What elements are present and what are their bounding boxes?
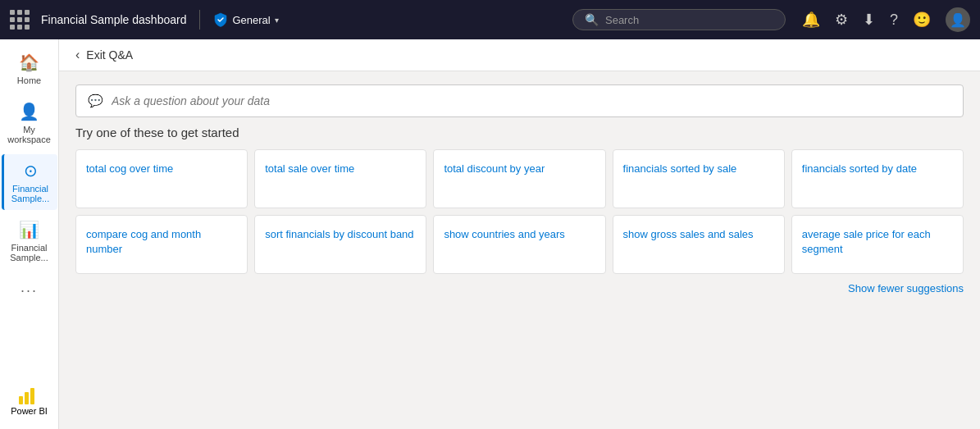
search-box[interactable]: 🔍 xyxy=(572,9,786,30)
show-fewer-section: Show fewer suggestions xyxy=(59,274,980,294)
svg-rect-0 xyxy=(19,396,23,404)
nav-icons: 🔔 ⚙ ⬇ ? 🙂 👤 xyxy=(802,7,970,32)
suggestions-grid: total cog over timetotal sale over timet… xyxy=(75,149,964,274)
main-content: ‹ Exit Q&A 💬 Try one of these to get sta… xyxy=(59,39,980,429)
sidebar-item-more[interactable]: ... xyxy=(2,272,57,303)
powerbi-label: Power BI xyxy=(11,406,48,416)
shield-icon xyxy=(213,12,228,27)
svg-rect-1 xyxy=(25,392,29,404)
sidebar-item-financial2[interactable]: 📊 Financial Sample... xyxy=(2,213,57,269)
download-icon[interactable]: ⬇ xyxy=(863,11,875,29)
notification-icon[interactable]: 🔔 xyxy=(802,11,820,29)
settings-icon[interactable]: ⚙ xyxy=(835,11,848,29)
exit-qa-label[interactable]: Exit Q&A xyxy=(86,48,133,62)
sidebar: 🏠 Home 👤 My workspace ⊙ Financial Sample… xyxy=(0,39,59,429)
app-title: Financial Sample dashboard xyxy=(41,13,186,26)
qa-input-box[interactable]: 💬 xyxy=(75,84,964,117)
workspace-icon: 👤 xyxy=(19,102,39,121)
feedback-icon[interactable]: 🙂 xyxy=(913,11,931,29)
apps-icon[interactable] xyxy=(10,10,30,30)
sidebar-item-financial1[interactable]: ⊙ Financial Sample... xyxy=(2,154,57,210)
help-icon[interactable]: ? xyxy=(890,11,898,29)
sidebar-financial1-label: Financial Sample... xyxy=(7,184,54,203)
sidebar-financial2-label: Financial Sample... xyxy=(5,243,54,262)
sidebar-item-home[interactable]: 🏠 Home xyxy=(2,46,57,92)
suggestions-section: Try one of these to get started total co… xyxy=(59,126,980,274)
workspace-chevron: ▾ xyxy=(275,16,279,25)
powerbi-icon xyxy=(17,383,40,406)
svg-rect-2 xyxy=(30,388,34,404)
home-icon: 🏠 xyxy=(19,52,39,72)
sidebar-item-workspace[interactable]: 👤 My workspace xyxy=(2,95,57,151)
sidebar-home-label: Home xyxy=(17,75,41,85)
top-navigation: Financial Sample dashboard General ▾ 🔍 🔔… xyxy=(0,0,980,39)
search-icon: 🔍 xyxy=(585,13,599,26)
show-fewer-link[interactable]: Show fewer suggestions xyxy=(848,282,964,294)
suggestion-card-9[interactable]: average sale price for each segment xyxy=(791,215,964,274)
suggestion-card-2[interactable]: total discount by year xyxy=(433,149,605,208)
workspace-badge[interactable]: General ▾ xyxy=(213,12,278,27)
exit-qa-bar: ‹ Exit Q&A xyxy=(59,39,980,71)
search-input[interactable] xyxy=(605,14,773,26)
back-button[interactable]: ‹ xyxy=(75,48,80,62)
qa-input[interactable] xyxy=(112,94,951,107)
suggestion-card-8[interactable]: show gross sales and sales xyxy=(613,215,785,274)
report-icon: ⊙ xyxy=(24,161,38,180)
suggestion-card-4[interactable]: financials sorted by date xyxy=(791,149,964,208)
suggestion-card-5[interactable]: compare cog and month number xyxy=(75,215,248,274)
sidebar-workspace-label: My workspace xyxy=(5,125,54,144)
suggestion-card-0[interactable]: total cog over time xyxy=(75,149,248,208)
suggestions-title: Try one of these to get started xyxy=(75,126,964,139)
suggestion-card-3[interactable]: financials sorted by sale xyxy=(613,149,785,208)
sidebar-powerbi: Power BI xyxy=(11,383,48,416)
nav-divider xyxy=(199,10,200,30)
workspace-label: General xyxy=(232,14,270,26)
more-icon: ... xyxy=(21,279,38,296)
suggestion-card-6[interactable]: sort financials by discount band xyxy=(254,215,426,274)
qa-section: 💬 xyxy=(59,71,980,126)
main-layout: 🏠 Home 👤 My workspace ⊙ Financial Sample… xyxy=(0,39,980,429)
qa-chat-icon: 💬 xyxy=(88,94,103,108)
suggestion-card-1[interactable]: total sale over time xyxy=(254,149,426,208)
chart-icon: 📊 xyxy=(19,220,39,240)
suggestion-card-7[interactable]: show countries and years xyxy=(433,215,605,274)
user-avatar[interactable]: 👤 xyxy=(946,7,970,32)
